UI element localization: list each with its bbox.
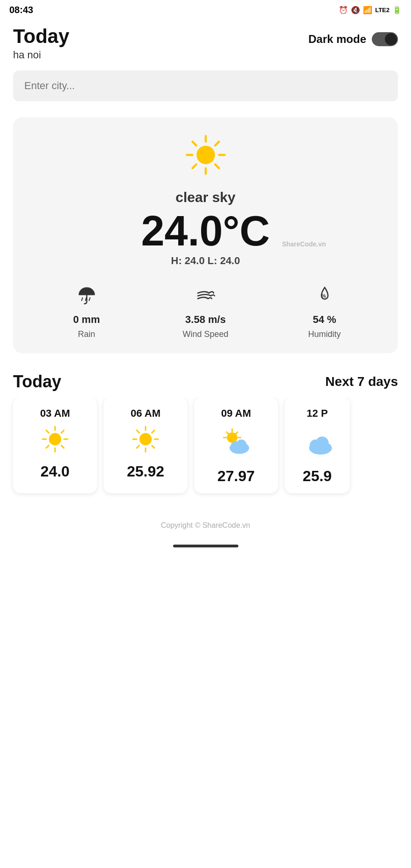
wind-stat: 3.58 m/s Wind Speed xyxy=(146,286,265,339)
svg-line-20 xyxy=(62,446,64,448)
alarm-icon: ⏰ xyxy=(339,6,348,14)
svg-line-28 xyxy=(137,430,139,433)
city-search-input[interactable] xyxy=(13,70,398,101)
humidity-icon: % xyxy=(315,286,334,310)
toggle-knob xyxy=(385,33,397,45)
svg-line-10 xyxy=(82,298,83,301)
rain-value: 0 mm xyxy=(73,314,100,326)
svg-line-19 xyxy=(46,430,49,433)
dark-mode-toggle-area[interactable]: Dark mode xyxy=(308,32,398,46)
status-bar: 08:43 ⏰ 🔇 📶 LTE2 🔋 xyxy=(0,0,411,18)
svg-line-7 xyxy=(215,142,219,146)
watermark: ShareCode.vn xyxy=(282,241,326,247)
hourly-time-09am: 09 AM xyxy=(221,407,251,420)
hourly-temp-03am: 24.0 xyxy=(41,463,70,480)
svg-line-39 xyxy=(236,432,237,434)
hourly-temp-12pm: 25.9 xyxy=(303,468,332,485)
wind-icon xyxy=(196,286,216,310)
forecast-header: Today Next 7 days xyxy=(0,364,411,397)
wind-value: 3.58 m/s xyxy=(185,314,226,326)
weather-card: clear sky 24.0°C ShareCode.vn H: 24.0 L:… xyxy=(13,117,398,353)
city-name: ha noi xyxy=(13,49,70,61)
hourly-card-09am: 09 AM 27.97 xyxy=(194,397,278,493)
humidity-label: Humidity xyxy=(308,329,341,339)
svg-point-14 xyxy=(49,433,61,445)
header: Today ha noi Dark mode xyxy=(0,18,411,66)
header-left: Today ha noi xyxy=(13,26,70,61)
svg-line-8 xyxy=(192,164,196,168)
search-bar-wrapper xyxy=(0,66,411,106)
battery-icon: 🔋 xyxy=(392,6,402,14)
svg-line-31 xyxy=(137,446,139,448)
wind-label: Wind Speed xyxy=(182,329,228,339)
today-label: Today xyxy=(13,372,61,392)
rain-stat: 0 mm Rain xyxy=(27,286,146,339)
weather-high-low: H: 24.0 L: 24.0 xyxy=(171,255,240,267)
hourly-card-12pm: 12 P 25.9 xyxy=(285,397,350,493)
svg-line-5 xyxy=(192,142,196,146)
hourly-temp-06am: 25.92 xyxy=(127,463,164,480)
hourly-time-06am: 06 AM xyxy=(131,407,160,420)
hourly-card-06am: 06 AM 25.92 xyxy=(104,397,188,493)
svg-line-12 xyxy=(89,298,90,301)
rain-label: Rain xyxy=(78,329,95,339)
svg-point-0 xyxy=(196,146,215,164)
wifi-icon: 📶 xyxy=(363,6,372,14)
svg-line-22 xyxy=(46,446,49,448)
weather-temperature: 24.0°C ShareCode.vn xyxy=(141,210,270,252)
svg-line-11 xyxy=(85,298,86,301)
hourly-icon-09am xyxy=(220,425,252,462)
weather-icon-sun xyxy=(185,134,227,182)
svg-line-37 xyxy=(227,432,229,434)
weather-stats: 0 mm Rain 3.58 m/s Wind Speed xyxy=(27,281,384,339)
hourly-temp-09am: 27.97 xyxy=(217,468,255,485)
hourly-icon-06am xyxy=(132,425,160,457)
svg-point-45 xyxy=(316,437,329,450)
lte-label: LTE2 xyxy=(375,7,390,14)
bottom-bar xyxy=(0,539,411,557)
dark-mode-label: Dark mode xyxy=(308,33,366,46)
hourly-icon-12pm xyxy=(301,425,334,462)
dark-mode-toggle[interactable] xyxy=(372,32,398,46)
svg-text:%: % xyxy=(321,293,326,299)
home-indicator xyxy=(173,545,238,547)
weather-description: clear sky xyxy=(175,189,235,205)
hourly-time-12pm: 12 P xyxy=(307,407,327,420)
hourly-icon-03am xyxy=(41,425,69,457)
next-7-days-label: Next 7 days xyxy=(325,374,398,389)
status-time: 08:43 xyxy=(9,5,33,15)
status-icons: ⏰ 🔇 📶 LTE2 🔋 xyxy=(339,6,402,14)
hourly-forecast-scroll[interactable]: 03 AM 24.0 06 AM xyxy=(0,397,411,503)
mute-icon: 🔇 xyxy=(351,6,360,14)
humidity-value: 54 % xyxy=(313,314,336,326)
svg-point-42 xyxy=(236,440,246,450)
svg-line-21 xyxy=(62,430,64,433)
copyright-text: Copyright © ShareCode.vn xyxy=(0,503,411,539)
hourly-time-03am: 03 AM xyxy=(40,407,70,420)
svg-line-30 xyxy=(152,430,154,433)
svg-line-6 xyxy=(215,164,219,168)
svg-point-23 xyxy=(139,433,152,445)
humidity-stat: % 54 % Humidity xyxy=(265,286,384,339)
svg-line-29 xyxy=(152,446,154,448)
rain-icon xyxy=(77,286,97,310)
page-title: Today xyxy=(13,26,70,47)
hourly-card-03am: 03 AM 24.0 xyxy=(13,397,97,493)
